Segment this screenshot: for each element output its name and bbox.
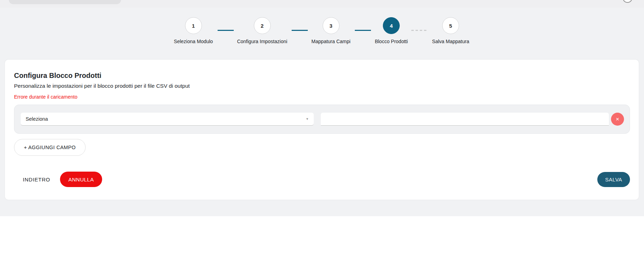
page-title: Configura Blocco Prodotti: [14, 72, 630, 80]
avatar-icon[interactable]: [623, 0, 632, 3]
step-connector-3-4: [355, 30, 371, 31]
content-area: 1 Seleziona Modulo 2 Configura Impostazi…: [0, 8, 644, 216]
field-value-input[interactable]: [321, 113, 609, 126]
actions-row: INDIETRO ANNULLA SALVA: [14, 172, 630, 187]
step-circle-active[interactable]: 4: [383, 17, 400, 34]
error-message: Errore durante il caricamento: [14, 94, 630, 100]
step-circle[interactable]: 5: [442, 17, 459, 34]
cancel-button[interactable]: ANNULLA: [60, 172, 102, 187]
step-seleziona-modulo[interactable]: 1 Seleziona Modulo: [174, 17, 213, 44]
add-field-button[interactable]: + AGGIUNGI CAMPO: [14, 139, 86, 156]
page-background: [0, 216, 644, 279]
step-label: Seleziona Modulo: [174, 39, 213, 44]
step-circle[interactable]: 1: [185, 17, 202, 34]
save-button[interactable]: SALVA: [597, 172, 630, 187]
step-mappatura-campi[interactable]: 3 Mappatura Campi: [311, 17, 350, 44]
step-label: Salva Mappatura: [432, 39, 469, 44]
step-circle[interactable]: 2: [254, 17, 271, 34]
field-mapping-row: Seleziona ▼ ×: [14, 105, 630, 134]
step-label: Mappatura Campi: [311, 39, 350, 44]
step-label: Configura Impostazioni: [237, 39, 287, 44]
configure-products-card: Configura Blocco Prodotti Personalizza l…: [5, 60, 639, 200]
remove-field-button[interactable]: ×: [611, 113, 624, 126]
step-blocco-prodotti[interactable]: 4 Blocco Prodotti: [375, 17, 408, 44]
step-circle[interactable]: 3: [323, 17, 339, 34]
top-bar: [0, 0, 644, 8]
close-icon: ×: [616, 116, 619, 122]
search-pill[interactable]: [9, 0, 121, 4]
chevron-down-icon: ▼: [306, 117, 309, 121]
back-button[interactable]: INDIETRO: [23, 177, 50, 182]
step-connector-2-3: [292, 30, 308, 31]
step-connector-4-5: [411, 30, 427, 31]
field-type-select-value: Seleziona: [26, 116, 48, 122]
page-subtitle: Personalizza le impostazioni per il bloc…: [14, 83, 630, 89]
step-configura-impostazioni[interactable]: 2 Configura Impostazioni: [237, 17, 287, 44]
step-connector-1-2: [218, 30, 234, 31]
step-salva-mappatura[interactable]: 5 Salva Mappatura: [432, 17, 469, 44]
step-label: Blocco Prodotti: [375, 39, 408, 44]
field-type-select[interactable]: Seleziona ▼: [21, 113, 314, 126]
